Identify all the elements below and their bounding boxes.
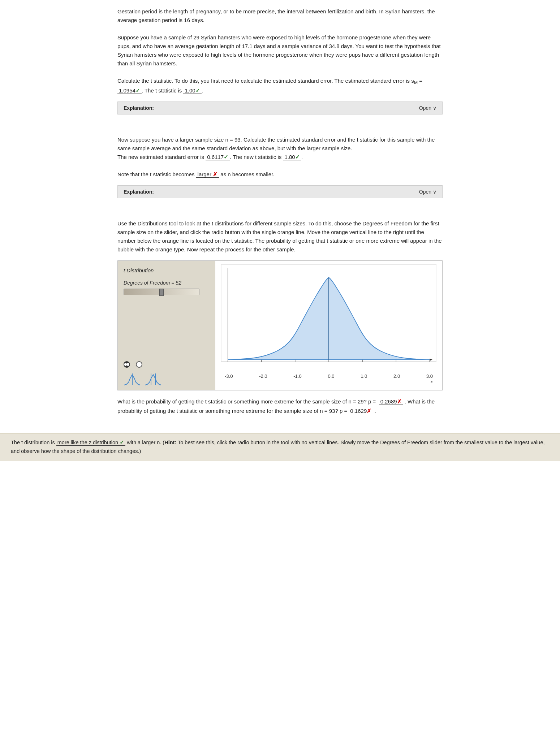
intro-para2: Suppose you have a sample of 29 Syrian h… — [117, 33, 443, 68]
slider-thumb[interactable] — [159, 289, 164, 296]
p93-answer: 0.1629✗ — [349, 408, 373, 414]
prob-section: What is the probability of getting the t… — [117, 397, 443, 415]
prob-line: What is the probability of getting the t… — [117, 397, 443, 415]
p29-xmark: ✗ — [397, 398, 402, 405]
curve-icon-2 — [145, 373, 162, 386]
t-checkmark: ✓ — [195, 87, 200, 94]
intro-para1: Gestation period is the length of pregna… — [117, 7, 443, 25]
distribution-svg — [221, 264, 436, 373]
bottom-hint-bar: The t distribution is more like the z di… — [0, 433, 560, 461]
new-t-prefix: . The new t statistic is — [230, 154, 283, 160]
tool-title: t Distribution — [124, 267, 209, 273]
radio-button-2[interactable] — [136, 361, 142, 368]
dof-slider[interactable] — [124, 289, 199, 295]
para3-eq: = — [418, 78, 422, 84]
x-axis-labels: -3.0 -2.0 -1.0 0.0 1.0 2.0 3.0 — [221, 373, 436, 379]
p29-answer: 0.2689✗ — [379, 398, 403, 405]
explanation-label-1: Explanation: — [124, 105, 154, 111]
chart-area — [221, 264, 436, 373]
explanation-bar-1: Explanation: Open ∨ — [117, 101, 443, 114]
section3-text1: Use the Distributions tool to look at th… — [117, 219, 443, 254]
new-se-answer: 0.6117✓ — [206, 154, 230, 160]
p93-xmark: ✗ — [367, 408, 371, 414]
section3: Use the Distributions tool to look at th… — [117, 219, 443, 254]
hint-answer: more like the z distribution ✓ — [56, 440, 125, 446]
radio-row — [124, 361, 209, 368]
hint-suffix1: with a larger n. ( — [125, 440, 164, 445]
new-t-answer: 1.80✓ — [283, 154, 301, 160]
sm-sub: M — [414, 80, 418, 85]
note-xmark: ✗ — [213, 171, 217, 177]
section2-note: Note that the t statistic becomes larger… — [117, 170, 443, 179]
curve-icon-1 — [124, 373, 141, 386]
para3-t-prefix: . The t statistic is — [142, 87, 184, 94]
prob-text1: What is the probability of getting the t… — [117, 398, 376, 405]
new-se-prefix: The new estimated standard error is — [117, 154, 206, 160]
x-label-3: 3.0 — [426, 373, 433, 379]
x-axis-x-label: x — [221, 379, 433, 384]
hint-checkmark: ✓ — [120, 440, 124, 445]
explanation-label-2: Explanation: — [124, 189, 154, 195]
hint-bold: Hint: — [164, 440, 176, 445]
tool-left-bottom — [124, 361, 209, 386]
x-label-n1: -1.0 — [293, 373, 301, 379]
prob-suffix: . — [374, 408, 376, 414]
new-t-check: ✓ — [295, 154, 300, 160]
x-label-0: 0.0 — [328, 373, 334, 379]
t-value-answer: 1.00✓ — [183, 87, 201, 94]
distribution-tool: t Distribution Degrees of Freedom = 52 — [117, 260, 443, 390]
x-label-n3: -3.0 — [225, 373, 233, 379]
sm-checkmark: ✓ — [135, 87, 140, 94]
radio-button-1[interactable] — [124, 361, 130, 368]
section2: Now suppose you have a larger sample siz… — [117, 135, 443, 179]
tool-right-panel: -3.0 -2.0 -1.0 0.0 1.0 2.0 3.0 x — [215, 261, 442, 390]
section2-text1: Now suppose you have a larger sample siz… — [117, 135, 443, 153]
x-label-2: 2.0 — [393, 373, 400, 379]
new-se-check: ✓ — [224, 154, 228, 160]
para3-prefix: Calculate the t statistic. To do this, y… — [117, 78, 414, 84]
para3-suffix: . — [202, 87, 203, 94]
note-answer-field: larger ✗ — [196, 171, 219, 178]
open-button-2[interactable]: Open ∨ — [419, 189, 436, 195]
new-t-suffix: . — [301, 154, 303, 160]
curve-icons — [124, 373, 209, 386]
dof-label: Degrees of Freedom = 52 — [124, 280, 209, 286]
tool-left-top: t Distribution Degrees of Freedom = 52 — [124, 267, 209, 361]
section2-se-line: The new estimated standard error is 0.61… — [117, 153, 443, 161]
tool-left-panel: t Distribution Degrees of Freedom = 52 — [118, 261, 215, 390]
sm-value-answer: 1.0954✓ — [117, 87, 142, 94]
explanation-bar-2: Explanation: Open ∨ — [117, 185, 443, 198]
intro-section: Gestation period is the length of pregna… — [117, 7, 443, 95]
x-label-1: 1.0 — [361, 373, 367, 379]
x-label-n2: -2.0 — [259, 373, 267, 379]
note-prefix: Note that the t statistic becomes — [117, 171, 196, 177]
intro-para3: Calculate the t statistic. To do this, y… — [117, 77, 443, 95]
note-suffix: as n becomes smaller. — [219, 171, 274, 177]
prob-n93: 93? p = — [329, 408, 349, 414]
open-button-1[interactable]: Open ∨ — [419, 105, 436, 111]
hint-prefix: The t distribution is — [11, 440, 56, 445]
